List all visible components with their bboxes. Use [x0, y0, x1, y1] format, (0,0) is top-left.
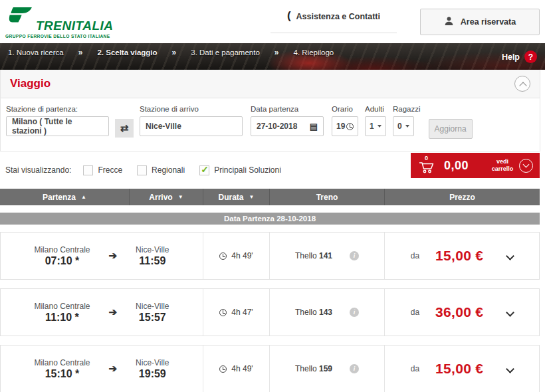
- departure-station: Milano Centrale: [34, 302, 90, 311]
- assistance-label: Assistenza e Contatti: [296, 12, 380, 21]
- sort-durata[interactable]: Durata ▼: [203, 189, 269, 205]
- duration: 4h 49': [231, 251, 253, 260]
- price: 15,00 €: [435, 361, 483, 377]
- adults-label: Adulti: [365, 105, 386, 113]
- info-icon[interactable]: i: [350, 364, 359, 373]
- breadcrumb-step-nuova-ricerca[interactable]: 1. Nuova ricerca: [8, 49, 64, 56]
- cart-chevron-down-icon[interactable]: [519, 159, 533, 173]
- breadcrumb: 1. Nuova ricerca » 2. Scelta viaggio » 3…: [0, 43, 545, 70]
- clock-icon: [219, 365, 227, 373]
- price-prefix: da: [411, 251, 419, 260]
- filter-bar: Stai visualizzando: Frecce Regionali Pri…: [0, 151, 545, 189]
- price: 15,00 €: [435, 248, 483, 264]
- view-cart-link[interactable]: vedi carrello: [490, 158, 515, 173]
- departure-time: 07:10 *: [34, 255, 90, 267]
- search-form: Stazione di partenza: Milano ( Tutte le …: [1, 98, 540, 151]
- sort-partenza[interactable]: Partenza ▲: [0, 189, 129, 205]
- train-label: Thello 141: [295, 251, 332, 260]
- arrow-right-icon: ➔: [109, 363, 118, 375]
- duration: 4h 47': [231, 308, 253, 317]
- top-header: TRENITALIA GRUPPO FERROVIE DELLO STATO I…: [0, 0, 545, 43]
- help-label: Help: [502, 52, 520, 62]
- brand-tagline: GRUPPO FERROVIE DELLO STATO ITALIANE: [5, 34, 114, 39]
- help-icon: ?: [524, 50, 537, 63]
- cart-icon: 0: [417, 156, 436, 175]
- info-icon[interactable]: i: [350, 308, 359, 317]
- sort-arrivo[interactable]: Arrivo ▼: [129, 189, 203, 205]
- assistance-link[interactable]: ( Assistenza e Contatti: [271, 10, 397, 33]
- info-icon[interactable]: i: [350, 251, 359, 260]
- expand-row-icon[interactable]: [506, 252, 514, 260]
- breadcrumb-separator-icon: »: [172, 48, 177, 57]
- sort-asc-icon: ▲: [81, 194, 86, 200]
- train-label: Thello 159: [295, 364, 332, 373]
- sort-desc-icon: ▼: [178, 194, 183, 200]
- clock-icon: [346, 123, 354, 130]
- time-input[interactable]: 19: [332, 116, 358, 136]
- results-list: Milano Centrale 07:10 * ➔ Nice-Ville 11:…: [0, 232, 545, 392]
- collapse-panel-icon[interactable]: [514, 76, 530, 92]
- user-icon: [444, 16, 454, 28]
- arrow-right-icon: ➔: [109, 250, 118, 262]
- area-riservata-button[interactable]: Area riservata: [420, 9, 540, 35]
- clock-icon: [219, 252, 227, 260]
- time-label: Orario: [332, 105, 358, 113]
- filter-principali-soluzioni[interactable]: Principali Soluzioni: [199, 165, 281, 175]
- arrival-station: Nice-Ville: [136, 358, 169, 367]
- checkbox-checked-icon: [199, 165, 209, 175]
- result-row-3: Milano Centrale 15:10 * ➔ Nice-Ville 19:…: [0, 345, 540, 392]
- cart-summary[interactable]: 0 0,00 vedi carrello: [411, 153, 540, 178]
- expand-row-icon[interactable]: [506, 365, 514, 373]
- price-prefix: da: [411, 308, 419, 317]
- adults-select[interactable]: 1: [365, 116, 386, 136]
- breadcrumb-separator-icon: »: [274, 48, 279, 57]
- filter-frecce[interactable]: Frecce: [83, 165, 122, 175]
- train-label: Thello 143: [295, 308, 332, 317]
- help-button[interactable]: Help ?: [502, 50, 537, 63]
- breadcrumb-step-dati-pagamento[interactable]: 3. Dati e pagamento: [191, 49, 260, 56]
- arrow-right-icon: ➔: [109, 306, 118, 318]
- arrival-station: Nice-Ville: [136, 302, 169, 311]
- trenitalia-logo[interactable]: TRENITALIA GRUPPO FERROVIE DELLO STATO I…: [5, 7, 114, 39]
- result-row-1: Milano Centrale 07:10 * ➔ Nice-Ville 11:…: [0, 232, 540, 280]
- swap-stations-button[interactable]: ⇄: [115, 119, 134, 138]
- cart-total: 0,00: [444, 159, 469, 173]
- departure-time: 11:10 *: [34, 312, 90, 324]
- expand-row-icon[interactable]: [506, 308, 514, 317]
- price: 36,00 €: [435, 304, 483, 320]
- breadcrumb-step-scelta-viaggio[interactable]: 2. Scelta viaggio: [97, 49, 157, 56]
- filter-regionali[interactable]: Regionali: [137, 165, 185, 175]
- arrival-time: 11:59: [136, 255, 169, 267]
- breadcrumb-step-riepilogo[interactable]: 4. Riepilogo: [294, 49, 334, 56]
- departure-time: 15:10 *: [34, 368, 90, 380]
- departure-station: Milano Centrale: [34, 245, 90, 254]
- children-select[interactable]: 0: [393, 116, 414, 136]
- brand-name: TRENITALIA: [36, 19, 114, 33]
- arrival-station: Nice-Ville: [136, 245, 169, 254]
- date-group-header: Data Partenza 28-10-2018: [0, 213, 540, 225]
- checkbox-icon: [137, 165, 147, 175]
- children-label: Ragazzi: [393, 105, 421, 113]
- filter-label: Stai visualizzando:: [5, 165, 71, 175]
- departure-date-label: Data partenza: [251, 105, 324, 113]
- departure-station-input[interactable]: Milano ( Tutte le stazioni ): [6, 116, 109, 136]
- trenitalia-logo-icon: [5, 7, 33, 33]
- results-header: Partenza ▲ Arrivo ▼ Durata ▼ Treno Prezz…: [0, 189, 540, 205]
- arrival-time: 15:57: [136, 312, 169, 324]
- clock-icon: [219, 309, 227, 316]
- page-title: Viaggio: [10, 77, 51, 90]
- breadcrumb-separator-icon: »: [78, 48, 83, 57]
- column-prezzo: Prezzo: [384, 189, 540, 205]
- arrival-time: 19:59: [136, 368, 169, 380]
- calendar-icon[interactable]: ▤: [310, 122, 318, 132]
- update-button[interactable]: Aggiorna: [429, 119, 473, 139]
- area-riservata-label: Area riservata: [461, 17, 516, 27]
- sort-desc-icon: ▼: [249, 194, 255, 200]
- column-treno: Treno: [269, 189, 384, 205]
- checkbox-icon: [83, 165, 93, 175]
- result-row-2: Milano Centrale 11:10 * ➔ Nice-Ville 15:…: [0, 288, 540, 336]
- departure-station-label: Stazione di partenza:: [6, 105, 109, 113]
- departure-station: Milano Centrale: [34, 358, 90, 367]
- arrival-station-input[interactable]: Nice-Ville: [140, 116, 243, 136]
- departure-date-input[interactable]: 27-10-2018 ▤: [251, 116, 324, 136]
